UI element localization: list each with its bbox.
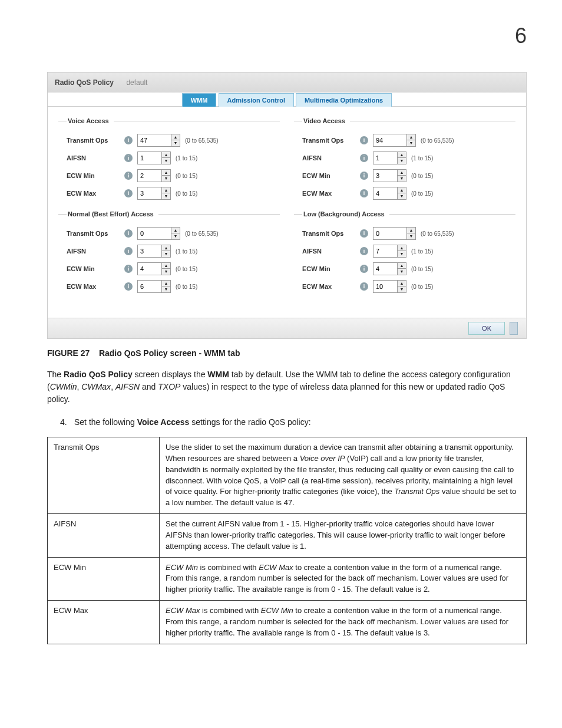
voice-access-group: Voice Access Transmit Ops i ▲▼ (0 to 65,…: [58, 117, 280, 205]
tab-admission-control[interactable]: Admission Control: [219, 93, 294, 107]
input[interactable]: [138, 170, 161, 182]
input[interactable]: [373, 187, 397, 199]
voice-aifsn-input[interactable]: ▲▼: [137, 151, 171, 164]
info-icon[interactable]: i: [124, 229, 133, 238]
desc-cell: ECW Max is combined with ECW Min to crea…: [160, 601, 527, 644]
video-ecwmin-input[interactable]: ▲▼: [373, 169, 406, 182]
spin-down-icon[interactable]: ▼: [398, 269, 406, 275]
spin-up-icon[interactable]: ▲: [398, 187, 406, 193]
normal-ecwmin-input[interactable]: ▲▼: [137, 262, 171, 275]
spin-up-icon[interactable]: ▲: [162, 263, 170, 269]
voice-ecwmin-input[interactable]: ▲▼: [137, 169, 171, 182]
video-ecwmax-input[interactable]: ▲▼: [373, 187, 406, 200]
info-icon[interactable]: i: [124, 154, 133, 162]
hint: (0 to 15): [411, 190, 433, 197]
low-aifsn-input[interactable]: ▲▼: [373, 245, 406, 258]
input[interactable]: [138, 134, 171, 146]
title-value: default: [126, 78, 147, 87]
spin-up-icon[interactable]: ▲: [162, 245, 170, 251]
info-icon[interactable]: i: [124, 265, 133, 273]
tab-multimedia-optimizations[interactable]: Multimedia Optimizations: [296, 93, 392, 107]
info-icon[interactable]: i: [360, 154, 368, 162]
spin-up-icon[interactable]: ▲: [162, 281, 170, 286]
spin-down-icon[interactable]: ▼: [407, 140, 415, 146]
info-icon[interactable]: i: [124, 189, 133, 197]
input[interactable]: [373, 134, 406, 146]
spin-up-icon[interactable]: ▲: [398, 152, 406, 158]
low-transmit-input[interactable]: ▲▼: [373, 227, 416, 240]
spin-up-icon[interactable]: ▲: [398, 245, 406, 251]
spin-down-icon[interactable]: ▼: [162, 176, 170, 182]
info-icon[interactable]: i: [124, 247, 133, 255]
info-icon[interactable]: i: [124, 136, 133, 144]
input[interactable]: [138, 228, 171, 239]
spin-down-icon[interactable]: ▼: [398, 158, 406, 164]
video-aifsn-input[interactable]: ▲▼: [373, 151, 406, 164]
spin-down-icon[interactable]: ▼: [407, 233, 415, 239]
voice-ecwmax-input[interactable]: ▲▼: [137, 187, 171, 200]
text: ,: [111, 382, 115, 391]
ok-button[interactable]: OK: [468, 322, 505, 335]
input[interactable]: [373, 263, 397, 275]
spin-down-icon[interactable]: ▼: [398, 193, 406, 199]
input[interactable]: [138, 187, 161, 199]
text: settings for the radio QoS policy:: [189, 417, 310, 427]
spin-up-icon[interactable]: ▲: [407, 228, 415, 233]
low-ecwmax-input[interactable]: ▲▼: [373, 280, 406, 293]
table-row: AIFSN Set the current AIFSN value from 1…: [48, 514, 527, 558]
input[interactable]: [138, 245, 161, 257]
input[interactable]: [373, 281, 397, 292]
normal-ecwmax-input[interactable]: ▲▼: [137, 280, 171, 293]
info-icon[interactable]: i: [360, 265, 368, 273]
input[interactable]: [138, 152, 161, 164]
low-ecwmin-input[interactable]: ▲▼: [373, 262, 406, 275]
info-icon[interactable]: i: [360, 136, 368, 144]
spin-up-icon[interactable]: ▲: [398, 170, 406, 176]
input[interactable]: [373, 170, 397, 182]
input[interactable]: [138, 263, 161, 275]
normal-transmit-input[interactable]: ▲▼: [137, 227, 180, 240]
spin-down-icon[interactable]: ▼: [162, 193, 170, 199]
right-column: Video Access Transmit Ops i ▲▼ (0 to 65,…: [294, 114, 515, 304]
info-icon[interactable]: i: [124, 282, 133, 291]
text-italic: ECW Max: [166, 606, 200, 615]
spin-down-icon[interactable]: ▼: [398, 251, 406, 257]
input[interactable]: [373, 228, 406, 239]
desc-cell: Set the current AIFSN value from 1 - 15.…: [160, 514, 527, 558]
input[interactable]: [373, 245, 397, 257]
spin-up-icon[interactable]: ▲: [407, 134, 415, 140]
text-italic: CWMin: [50, 382, 77, 391]
spin-down-icon[interactable]: ▼: [162, 251, 170, 257]
spin-down-icon[interactable]: ▼: [162, 286, 170, 292]
info-icon[interactable]: i: [360, 229, 368, 238]
spin-up-icon[interactable]: ▲: [398, 281, 406, 286]
spin-up-icon[interactable]: ▲: [171, 134, 180, 140]
info-icon[interactable]: i: [360, 189, 368, 197]
info-icon[interactable]: i: [360, 247, 368, 255]
spin-up-icon[interactable]: ▲: [171, 228, 180, 233]
normal-aifsn-input[interactable]: ▲▼: [137, 245, 171, 258]
info-icon[interactable]: i: [360, 282, 368, 291]
spin-down-icon[interactable]: ▼: [171, 140, 180, 146]
voice-transmit-input[interactable]: ▲▼: [137, 134, 180, 147]
spin-down-icon[interactable]: ▼: [171, 233, 180, 239]
low-ecwmin-row: ECW Min i ▲▼ (0 to 15): [302, 262, 515, 275]
input[interactable]: [138, 281, 161, 292]
video-transmit-input[interactable]: ▲▼: [373, 134, 416, 147]
voice-transmit-row: Transmit Ops i ▲▼ (0 to 65,535): [67, 134, 280, 147]
spin-up-icon[interactable]: ▲: [162, 170, 170, 176]
spin-up-icon[interactable]: ▲: [162, 187, 170, 193]
text-italic: Voice over IP: [300, 454, 345, 463]
spin-down-icon[interactable]: ▼: [162, 269, 170, 275]
input[interactable]: [373, 152, 397, 164]
spin-down-icon[interactable]: ▼: [162, 158, 170, 164]
info-icon[interactable]: i: [360, 172, 368, 180]
hint: (1 to 15): [176, 248, 197, 255]
spin-up-icon[interactable]: ▲: [162, 152, 170, 158]
info-icon[interactable]: i: [124, 172, 133, 180]
spin-up-icon[interactable]: ▲: [398, 263, 406, 269]
spin-down-icon[interactable]: ▼: [398, 176, 406, 182]
spin-down-icon[interactable]: ▼: [398, 286, 406, 292]
tab-wmm[interactable]: WMM: [182, 93, 217, 107]
form-body: Voice Access Transmit Ops i ▲▼ (0 to 65,…: [48, 107, 526, 318]
